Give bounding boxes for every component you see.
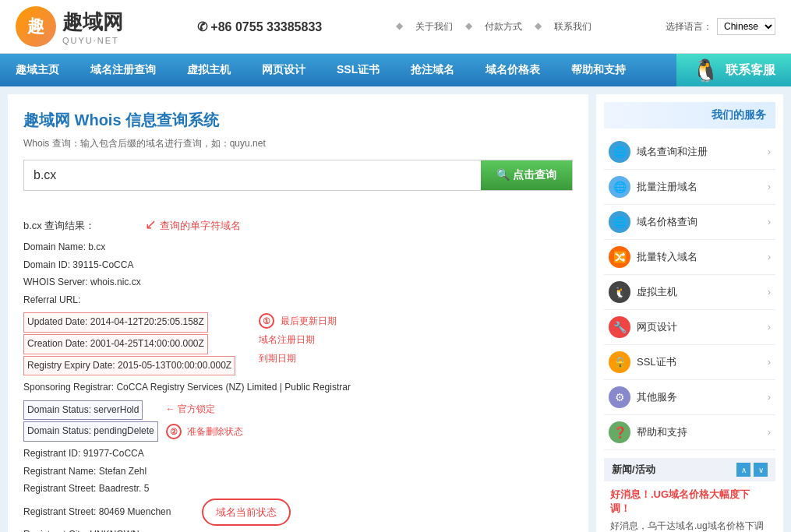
news-header: 新闻/活动 ∧ ∨ xyxy=(604,458,775,481)
nav-grab-domain[interactable]: 抢注域名 xyxy=(395,54,470,86)
help-icon: ❓ xyxy=(609,421,630,443)
about-link[interactable]: 关于我们 xyxy=(415,20,453,33)
expiry-date-row: Registry Expiry Date: 2015-05-13T00:00:0… xyxy=(23,356,235,376)
reg-street-row: Registrant Street: Baadrestr. 5 xyxy=(23,481,573,498)
nav-price-list[interactable]: 域名价格表 xyxy=(470,54,556,86)
news-title-label: 新闻/活动 xyxy=(612,463,655,477)
price-icon: 🌐 xyxy=(609,211,630,233)
annotation-current-status: 域名当前状态 xyxy=(202,499,291,526)
linux-icon: 🐧 xyxy=(609,281,630,303)
sidebar-label-transfer: 批量转入域名 xyxy=(637,250,768,264)
search-input[interactable] xyxy=(24,162,481,188)
content-area: 趣域网 Whois 信息查询系统 Whois 查询：输入包含后缀的域名进行查询，… xyxy=(8,94,588,532)
page-subtitle: Whois 查询：输入包含后缀的域名进行查询，如：quyu.net xyxy=(23,137,573,150)
whois-server-row: WHOIS Server: whois.nic.cx xyxy=(23,274,573,291)
sidebar-label-hosting: 虚拟主机 xyxy=(637,285,768,299)
logo-icon: 趣 xyxy=(16,6,56,47)
sidebar-item-price-query[interactable]: 🌐 域名价格查询 › xyxy=(604,205,775,240)
arrow-icon-8: › xyxy=(768,427,771,438)
sidebar-item-domain-register[interactable]: 🌐 域名查询和注册 › xyxy=(604,135,775,170)
design-icon: 🔧 xyxy=(609,316,630,338)
header-links: ◆ 关于我们 ◆ 付款方式 ◆ 联系我们 xyxy=(396,20,591,33)
search-button[interactable]: 🔍 点击查询 xyxy=(481,160,572,190)
nav-domain-register[interactable]: 域名注册查询 xyxy=(75,54,171,86)
news-prev-btn[interactable]: ∧ xyxy=(736,463,750,477)
arrow-icon-2: › xyxy=(768,217,771,227)
logo-en: QUYU·NET xyxy=(62,36,123,45)
referral-row: Referral URL: xyxy=(23,292,573,309)
sidebar-label-domain-register: 域名查询和注册 xyxy=(637,145,768,159)
dates-annotation-area: Updated Date: 2014-04-12T20:25:05.158Z C… xyxy=(23,312,573,376)
globe-icon: 🌐 xyxy=(609,141,630,163)
annotation-single-char: ↙ 查询的单字符域名 xyxy=(145,220,241,231)
page-title: 趣域网 Whois 信息查询系统 xyxy=(23,110,573,131)
sidebar-label-other: 其他服务 xyxy=(637,390,768,404)
sidebar-item-ssl[interactable]: 🔒 SSL证书 › xyxy=(604,345,775,380)
phone-prefix: ✆ +86 xyxy=(197,20,232,33)
news-content-title: 好消息！.UG域名价格大幅度下调！ xyxy=(610,488,769,516)
creation-date-row: Creation Date: 2001-04-25T14:00:00.000Z xyxy=(23,334,208,354)
sidebar-label-help: 帮助和支持 xyxy=(637,425,768,439)
nav-hosting[interactable]: 虚拟主机 xyxy=(171,54,246,86)
status2-row: Domain Status: pendingDelete xyxy=(23,421,158,442)
arrow-icon-1: › xyxy=(768,181,771,192)
logo-cn: 趣域网 xyxy=(62,9,123,36)
status1-row: Domain Status: serverHold xyxy=(23,400,143,421)
sidebar: 我们的服务 🌐 域名查询和注册 › 🌐 批量注册域名 › 🌐 域名价格查询 › … xyxy=(596,94,783,532)
annotation-creation: 域名注册日期 xyxy=(259,330,336,349)
annotation-pending-delete: ② 准备删除状态 xyxy=(166,424,243,441)
whois-data: Domain Name: b.cx Domain ID: 39115-CoCCA… xyxy=(23,239,573,532)
sidebar-item-hosting[interactable]: 🐧 虚拟主机 › xyxy=(604,275,775,310)
reg-city-row: Registrant City: UNKNOWN xyxy=(23,527,573,532)
language-select[interactable]: Chinese xyxy=(717,18,775,35)
transfer-icon: 🔀 xyxy=(609,246,630,268)
arrow-icon-7: › xyxy=(768,392,771,403)
logo-area: 趣 趣域网 QUYU·NET xyxy=(16,6,123,47)
annotation-serverhold: ← 官方锁定 xyxy=(166,401,243,418)
contact-service-btn[interactable]: 🐧 联系客服 xyxy=(676,54,791,86)
ssl-icon: 🔒 xyxy=(609,351,630,373)
arrow-icon-4: › xyxy=(768,287,771,298)
sidebar-item-bulk-register[interactable]: 🌐 批量注册域名 › xyxy=(604,170,775,205)
nav-webdesign[interactable]: 网页设计 xyxy=(246,54,321,86)
lang-label: 选择语言： xyxy=(666,20,712,33)
annotation-last-update: ① 最后更新日期 xyxy=(259,312,336,330)
reg-id-row: Registrant ID: 91977-CoCCA xyxy=(23,446,573,463)
contact-service-label: 🐧 联系客服 xyxy=(692,58,775,83)
domain-id-row: Domain ID: 39115-CoCCA xyxy=(23,257,573,274)
phone-number: 0755 33385833 xyxy=(235,20,322,33)
globe2-icon: 🌐 xyxy=(609,176,630,198)
result-label: b.cx 查询结果： xyxy=(23,220,95,231)
contact-service-text: 联系客服 xyxy=(726,62,775,79)
reg-postal-street-row: Registrant Street: 80469 Muenchen xyxy=(23,504,171,521)
sidebar-item-other[interactable]: ⚙ 其他服务 › xyxy=(604,380,775,415)
nav-ssl[interactable]: SSL证书 xyxy=(321,54,395,86)
search-box: 🔍 点击查询 xyxy=(23,160,573,191)
arrow-icon-3: › xyxy=(768,252,771,262)
sidebar-item-help[interactable]: ❓ 帮助和支持 › xyxy=(604,415,775,450)
arrow-icon-5: › xyxy=(768,322,771,333)
payment-link[interactable]: 付款方式 xyxy=(485,20,522,33)
nav-home[interactable]: 趣域主页 xyxy=(0,54,75,86)
nav-help[interactable]: 帮助和支持 xyxy=(556,54,641,86)
logo-text: 趣域网 QUYU·NET xyxy=(62,9,123,45)
header: 趣 趣域网 QUYU·NET ✆ +86 0755 33385833 ◆ 关于我… xyxy=(0,0,791,54)
nav-bar: 趣域主页 域名注册查询 虚拟主机 网页设计 SSL证书 抢注域名 域名价格表 帮… xyxy=(0,54,791,86)
other-icon: ⚙ xyxy=(609,386,630,408)
updated-date-row: Updated Date: 2014-04-12T20:25:05.158Z xyxy=(23,312,208,333)
news-text: 好消息，乌干达域名.ug域名价格下调了！价格由原来的价格330/年下调为现⊙⊙.… xyxy=(610,519,769,532)
arrow-icon-0: › xyxy=(768,146,771,157)
contact-link[interactable]: 联系我们 xyxy=(554,20,591,33)
sidebar-header: 我们的服务 xyxy=(604,102,775,129)
sponsoring-row: Sponsoring Registrar: CoCCA Registry Ser… xyxy=(23,379,573,396)
main-container: 趣域网 Whois 信息查询系统 Whois 查询：输入包含后缀的域名进行查询，… xyxy=(0,86,791,532)
sidebar-label-bulk-register: 批量注册域名 xyxy=(637,180,768,194)
domain-name-row: Domain Name: b.cx xyxy=(23,239,573,256)
sidebar-item-transfer[interactable]: 🔀 批量转入域名 › xyxy=(604,240,775,275)
news-content: 好消息！.UG域名价格大幅度下调！ 好消息，乌干达域名.ug域名价格下调了！价格… xyxy=(604,481,775,532)
sidebar-item-webdesign[interactable]: 🔧 网页设计 › xyxy=(604,310,775,345)
news-next-btn[interactable]: ∨ xyxy=(754,463,768,477)
sidebar-label-webdesign: 网页设计 xyxy=(637,320,768,334)
annotation-expiry: 到期日期 xyxy=(259,349,336,368)
arrow-icon-6: › xyxy=(768,357,771,368)
